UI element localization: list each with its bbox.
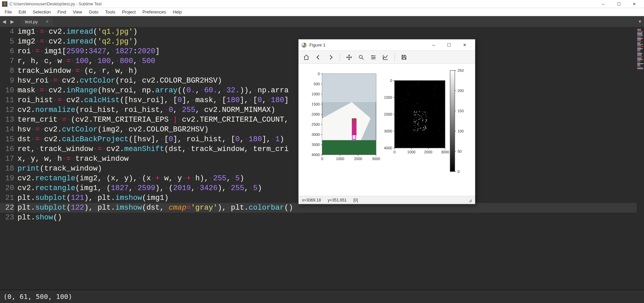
svg-rect-154 xyxy=(395,135,395,135)
svg-rect-101 xyxy=(423,114,423,115)
line-number: 6 xyxy=(0,47,14,56)
menu-help[interactable]: Help xyxy=(169,9,185,15)
svg-rect-80 xyxy=(415,127,416,128)
line-number: 8 xyxy=(0,66,14,76)
line-number-gutter: 4567891011121314151617181920212223 xyxy=(0,27,18,290)
menu-project[interactable]: Project xyxy=(119,9,139,15)
history-back-button[interactable]: ◀ xyxy=(0,16,8,27)
menu-file[interactable]: File xyxy=(1,9,15,15)
output-panel: (0, 61, 500, 100) xyxy=(0,290,644,303)
figure-minimize-button[interactable]: ─ xyxy=(426,40,441,50)
svg-rect-110 xyxy=(418,114,419,115)
svg-rect-69 xyxy=(415,121,415,122)
svg-point-3 xyxy=(374,57,375,58)
sublime-titlebar: S C:\Users\lenovouser\Desktop\test.py - … xyxy=(0,0,644,8)
figure-canvas[interactable]: 0500100015002000250030003500400001000200… xyxy=(299,64,475,196)
svg-rect-140 xyxy=(427,114,427,114)
svg-rect-144 xyxy=(399,110,400,111)
code-line[interactable]: plt.show() xyxy=(18,213,637,222)
svg-rect-103 xyxy=(422,118,423,118)
code-line[interactable]: img1·=·cv2.imread('q1.jpg') xyxy=(18,27,637,37)
close-button[interactable]: ✕ xyxy=(626,0,642,8)
edit-axis-button[interactable] xyxy=(380,52,391,62)
line-number: 16 xyxy=(0,144,14,154)
svg-rect-74 xyxy=(416,131,417,131)
svg-rect-65 xyxy=(417,129,418,129)
back-button[interactable] xyxy=(313,52,324,62)
svg-rect-96 xyxy=(414,112,415,113)
svg-rect-63 xyxy=(425,112,426,113)
line-number: 11 xyxy=(0,95,14,105)
figure-close-button[interactable]: ✕ xyxy=(457,40,472,50)
minimize-button[interactable]: ─ xyxy=(596,0,611,8)
tab-test-py[interactable]: test.py × xyxy=(20,17,53,26)
svg-rect-40 xyxy=(427,125,427,125)
menu-goto[interactable]: Goto xyxy=(86,9,102,15)
svg-rect-102 xyxy=(426,120,427,121)
figure-titlebar[interactable]: Figure 1 ─ ☐ ✕ xyxy=(299,39,475,51)
minimap[interactable] xyxy=(637,27,644,290)
svg-rect-62 xyxy=(426,122,426,122)
tab-close-icon[interactable]: × xyxy=(46,19,48,24)
zoom-button[interactable] xyxy=(356,52,366,62)
svg-text:150: 150 xyxy=(457,109,464,113)
tab-overflow-button[interactable]: ▼ xyxy=(636,16,644,27)
svg-text:250: 250 xyxy=(457,68,464,72)
svg-rect-90 xyxy=(425,115,426,115)
console-output-text: (0, 61, 500, 100) xyxy=(3,293,72,301)
window-title: C:\Users\lenovouser\Desktop\test.py - Su… xyxy=(9,2,596,6)
svg-rect-122 xyxy=(439,130,440,131)
svg-text:100: 100 xyxy=(457,129,464,133)
svg-rect-105 xyxy=(425,126,425,126)
svg-rect-56 xyxy=(425,128,426,129)
svg-point-4 xyxy=(372,58,373,59)
matplotlib-icon xyxy=(301,42,307,48)
svg-rect-85 xyxy=(418,119,419,120)
svg-rect-58 xyxy=(416,111,417,112)
line-number: 18 xyxy=(0,164,14,174)
line-number: 14 xyxy=(0,125,14,134)
resize-grip-icon[interactable]: ◢ xyxy=(469,198,472,203)
svg-rect-137 xyxy=(418,85,418,85)
svg-rect-100 xyxy=(415,122,416,122)
menu-tools[interactable]: Tools xyxy=(102,9,118,15)
svg-rect-42 xyxy=(419,115,420,116)
save-figure-button[interactable] xyxy=(399,52,409,62)
svg-rect-119 xyxy=(416,121,417,122)
figure-maximize-button[interactable]: ☐ xyxy=(441,40,457,50)
menu-find[interactable]: Find xyxy=(54,9,69,15)
svg-point-2 xyxy=(372,55,373,56)
svg-rect-156 xyxy=(422,145,422,145)
svg-rect-95 xyxy=(426,119,427,120)
menu-bar: FileEditSelectionFindViewGotoToolsProjec… xyxy=(0,8,644,16)
svg-rect-117 xyxy=(415,115,416,115)
menu-edit[interactable]: Edit xyxy=(15,9,29,15)
menu-view[interactable]: View xyxy=(69,9,86,15)
svg-rect-92 xyxy=(425,127,426,128)
home-button[interactable] xyxy=(301,52,311,62)
menu-selection[interactable]: Selection xyxy=(29,9,54,15)
pan-button[interactable] xyxy=(344,52,354,62)
svg-rect-93 xyxy=(419,119,420,119)
figure-title: Figure 1 xyxy=(309,42,426,48)
line-number: 7 xyxy=(0,56,14,66)
configure-subplots-button[interactable] xyxy=(368,52,378,62)
code-line[interactable]: plt.subplot(122),·plt.imshow(dst,·cmap='… xyxy=(18,203,637,213)
svg-rect-151 xyxy=(424,130,425,131)
svg-rect-129 xyxy=(440,96,440,96)
svg-rect-76 xyxy=(413,121,414,122)
line-number: 5 xyxy=(0,37,14,47)
forward-button[interactable] xyxy=(326,52,336,62)
line-number: 19 xyxy=(0,174,14,183)
svg-rect-60 xyxy=(418,122,419,123)
svg-rect-113 xyxy=(422,125,423,125)
menu-preferences[interactable]: Preferences xyxy=(139,9,169,15)
svg-rect-44 xyxy=(426,128,427,129)
svg-rect-130 xyxy=(430,118,430,118)
svg-rect-114 xyxy=(419,111,420,112)
maximize-button[interactable]: ☐ xyxy=(611,0,626,8)
svg-rect-134 xyxy=(414,120,415,120)
figure-window[interactable]: Figure 1 ─ ☐ ✕ 0500100015002000250030003… xyxy=(298,39,475,204)
status-y: y=351.651 xyxy=(328,198,346,203)
history-forward-button[interactable]: ▶ xyxy=(8,16,16,27)
